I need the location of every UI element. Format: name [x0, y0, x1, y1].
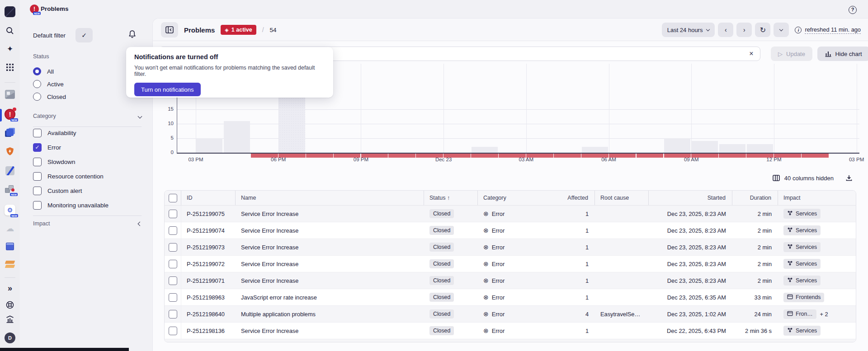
ai-sparkles-icon[interactable]: ✦ — [7, 44, 13, 54]
services-app-icon[interactable] — [6, 129, 14, 136]
refresh-options-button[interactable] — [774, 23, 789, 37]
settings-app-icon[interactable]: ⚙NEW — [5, 205, 15, 215]
dynatrace-logo[interactable] — [5, 6, 15, 17]
time-range-button[interactable]: Last 24 hours — [662, 23, 715, 37]
category-option-custom-alert[interactable]: Custom alert — [33, 183, 142, 198]
bell-icon[interactable] — [128, 30, 136, 40]
checkbox-unchecked[interactable] — [33, 172, 42, 181]
category-option-monitoring-unavailable[interactable]: Monitoring unavailable — [33, 198, 142, 212]
column-header-root-cause[interactable]: Root cause — [595, 191, 649, 205]
security-app-icon[interactable] — [5, 147, 14, 156]
status-option-closed[interactable]: Closed — [33, 90, 142, 103]
table-row[interactable]: P-2512199074Service Error IncreaseClosed… — [165, 222, 856, 239]
distributed-tracing-app-icon[interactable] — [5, 166, 14, 175]
cell-started: Dec 22, 2025, 6:43 PM — [649, 328, 732, 334]
column-header-started[interactable]: Started — [649, 191, 732, 205]
kubernetes-app-icon[interactable]: NEW — [5, 185, 15, 194]
apply-filter-button[interactable]: ✓ — [75, 28, 93, 42]
cell-duration: 24 min — [732, 311, 778, 318]
row-checkbox[interactable] — [169, 243, 177, 252]
table-row[interactable]: P-2512198963JavaScript error rate increa… — [165, 289, 856, 306]
checkbox-unchecked[interactable] — [33, 129, 42, 137]
checkbox-unchecked[interactable] — [33, 201, 42, 210]
category-label: Error — [492, 311, 505, 318]
column-header-id[interactable]: ID — [181, 191, 236, 205]
clear-filter-icon[interactable]: × — [746, 48, 757, 59]
expand-rail-icon[interactable]: » — [8, 284, 12, 293]
radio-selected[interactable] — [33, 67, 41, 75]
collapse-sidebar-button[interactable] — [161, 22, 178, 37]
previous-timeframe-button[interactable]: ‹ — [718, 23, 733, 37]
play-icon: ▷ — [778, 51, 783, 57]
reports-chart-icon[interactable] — [6, 315, 14, 323]
hide-chart-button[interactable]: Hide chart — [817, 47, 868, 61]
category-section-header[interactable]: Category — [33, 113, 142, 119]
table-row[interactable]: P-2512199073Service Error IncreaseClosed… — [165, 239, 856, 256]
turn-on-notifications-button[interactable]: Turn on notifications — [134, 83, 201, 96]
row-checkbox[interactable] — [169, 276, 177, 285]
column-header-status[interactable]: Status ↑ — [424, 191, 478, 205]
refreshed-status[interactable]: i refreshed 11 min. ago — [795, 26, 861, 34]
circle-x-icon: ⊗ — [483, 260, 489, 267]
table-row[interactable]: P-2512198640Multiple application problem… — [165, 306, 856, 323]
rail-divider — [5, 277, 15, 278]
row-checkbox[interactable] — [169, 260, 177, 268]
category-option-availability[interactable]: Availability — [33, 126, 142, 140]
column-header-category[interactable]: Category — [478, 191, 541, 205]
checkbox-unchecked[interactable] — [33, 158, 42, 166]
category-option-slowdown[interactable]: Slowdown — [33, 154, 142, 169]
download-icon[interactable] — [845, 174, 853, 182]
bottom-edge-strip — [0, 348, 129, 351]
columns-hidden-button[interactable]: 40 columns hidden — [773, 175, 834, 182]
category-label: Category — [33, 113, 56, 119]
problems-app-icon-rail[interactable]: !NEW — [5, 109, 15, 120]
column-header-impact[interactable]: Impact — [778, 191, 856, 205]
checkbox-checked[interactable]: ✓ — [33, 143, 42, 152]
table-row[interactable]: P-2512199072Service Error IncreaseClosed… — [165, 256, 856, 272]
workflows-app-icon[interactable] — [5, 261, 14, 268]
header-select-all — [165, 191, 181, 205]
column-header-duration[interactable]: Duration — [732, 191, 778, 205]
row-checkbox[interactable] — [169, 226, 177, 235]
checkbox-unchecked[interactable] — [33, 187, 42, 195]
impact-section-header[interactable]: Impact — [33, 220, 142, 227]
table-row[interactable]: P-2512199071Service Error IncreaseClosed… — [165, 272, 856, 289]
help-icon[interactable]: ? — [849, 6, 857, 14]
cell-status: Closed — [424, 293, 478, 302]
user-avatar[interactable]: D — [5, 332, 15, 343]
impact-chip: Services — [783, 276, 821, 285]
row-checkbox[interactable] — [169, 310, 177, 318]
radio-unselected[interactable] — [33, 80, 41, 88]
page-title: Problems — [184, 26, 215, 34]
column-header-name[interactable]: Name — [236, 191, 424, 205]
smartscape-app-icon[interactable] — [5, 90, 15, 99]
circle-x-icon: ⊗ — [483, 294, 489, 301]
app-launcher-grid-icon[interactable] — [6, 63, 14, 71]
select-all-checkbox[interactable] — [169, 194, 177, 202]
category-option-resource-contention[interactable]: Resource contention — [33, 169, 142, 183]
total-count: 54 — [270, 27, 277, 33]
cell-affected: 1 — [541, 211, 595, 217]
category-option-error[interactable]: ✓Error — [33, 140, 142, 154]
column-header-affected[interactable]: Affected — [541, 191, 595, 205]
cloud-app-icon[interactable]: ☁ — [6, 224, 14, 234]
status-option-all[interactable]: All — [33, 65, 142, 78]
cell-affected: 1 — [541, 244, 595, 251]
cell-status: Closed — [424, 243, 478, 252]
sidebar-divider — [33, 215, 142, 216]
search-icon[interactable] — [5, 26, 14, 35]
table-row[interactable]: P-2512199075Service Error IncreaseClosed… — [165, 206, 856, 222]
cell-started: Dec 23, 2025, 8:23 AM — [649, 227, 732, 234]
status-option-active[interactable]: Active — [33, 78, 142, 90]
row-checkbox[interactable] — [169, 210, 177, 218]
cell-name: Service Error Increase — [236, 244, 424, 251]
refresh-button[interactable]: ↻ — [755, 23, 770, 37]
update-button[interactable]: ▷Update — [771, 47, 812, 61]
row-checkbox[interactable] — [169, 293, 177, 302]
radio-unselected[interactable] — [33, 93, 41, 101]
row-checkbox[interactable] — [169, 327, 177, 335]
help-lifebuoy-icon[interactable] — [5, 300, 14, 309]
table-row[interactable]: P-2512198136Service Error IncreaseClosed… — [165, 323, 856, 339]
next-timeframe-button[interactable]: › — [736, 23, 752, 37]
database-app-icon[interactable] — [6, 243, 14, 250]
